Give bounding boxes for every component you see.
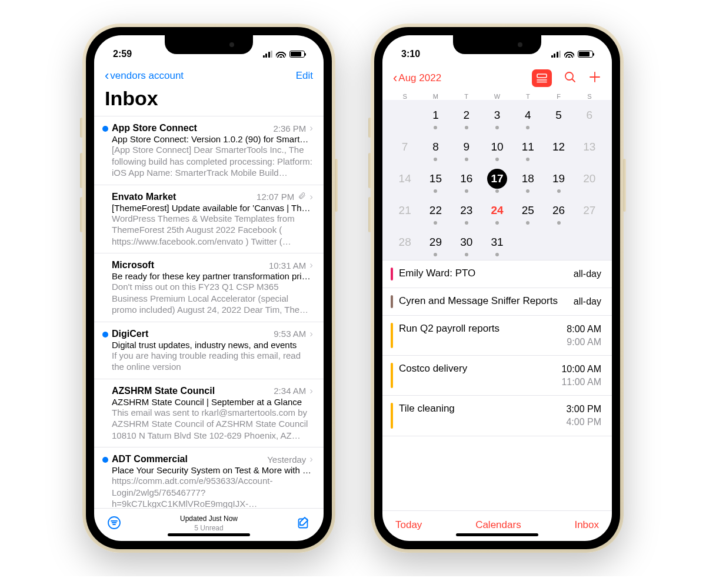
day-cell[interactable]: 26 — [543, 198, 574, 223]
compose-button[interactable] — [297, 516, 311, 532]
day-cell[interactable]: 22 — [420, 198, 451, 223]
day-number: 7 — [395, 137, 415, 157]
battery-icon — [289, 51, 305, 58]
back-button[interactable]: ‹ vendors account — [105, 69, 184, 82]
day-cell[interactable]: 15 — [420, 166, 451, 192]
mail-subject: Place Your Security System on Test & Mor… — [112, 465, 313, 475]
day-cell[interactable]: 6 — [574, 102, 605, 128]
month-grid[interactable]: 1234567891011121314151617181920212223242… — [382, 100, 612, 260]
unread-indicator — [99, 191, 112, 248]
battery-icon — [578, 51, 593, 58]
home-indicator[interactable] — [456, 533, 538, 536]
mail-item[interactable]: DigiCert 9:53 AM › Digital trust updates… — [94, 322, 324, 379]
wifi-icon — [276, 51, 286, 58]
mail-subject: App Store Connect: Version 1.0.2 (90) fo… — [112, 134, 313, 144]
event-dot-icon — [557, 221, 561, 225]
month-back-button[interactable]: ‹ Aug 2022 — [393, 72, 441, 85]
day-cell[interactable]: 10 — [482, 134, 512, 160]
day-cell[interactable]: 20 — [574, 166, 605, 192]
day-number: 25 — [518, 201, 538, 220]
mail-preview: https://comm.adt.com/e/953633/Account-Lo… — [112, 475, 313, 508]
day-cell[interactable]: 19 — [543, 166, 574, 192]
day-cell[interactable]: 11 — [512, 134, 543, 160]
events-list[interactable]: Emily Ward: PTO all-day Cyren and Messag… — [382, 260, 612, 510]
event-dot-icon — [526, 126, 530, 129]
day-cell[interactable]: 21 — [389, 198, 420, 223]
day-cell[interactable]: 2 — [451, 102, 482, 128]
day-cell[interactable]: 7 — [389, 134, 420, 160]
day-cell[interactable]: 9 — [451, 134, 482, 160]
event-dot-icon — [526, 221, 530, 225]
day-cell[interactable]: 24 — [482, 198, 512, 223]
day-cell[interactable]: 13 — [574, 134, 605, 160]
day-number: 19 — [549, 169, 569, 189]
event-dot-icon — [495, 126, 499, 129]
event-dot-icon — [495, 253, 499, 256]
mail-preview: If you are having trouble reading this e… — [112, 350, 313, 373]
day-cell[interactable]: 27 — [574, 198, 605, 223]
home-indicator[interactable] — [168, 533, 250, 536]
event-dot-icon — [434, 221, 437, 225]
day-cell[interactable]: 8 — [420, 134, 451, 160]
weekday-label: W — [482, 93, 512, 100]
calendar-nav: ‹ Aug 2022 — [382, 65, 612, 91]
day-number: 1 — [425, 105, 445, 125]
day-cell[interactable]: 28 — [389, 229, 420, 255]
day-cell[interactable]: 14 — [389, 166, 420, 192]
day-cell[interactable]: 5 — [543, 102, 574, 128]
day-cell[interactable]: 4 — [512, 102, 543, 128]
day-cell[interactable]: 25 — [512, 198, 543, 223]
day-number: 11 — [518, 137, 538, 157]
event-start: 3:00 PM — [566, 403, 601, 416]
day-cell[interactable]: 12 — [543, 134, 574, 160]
event-allday: all-day — [574, 268, 601, 280]
day-cell[interactable]: 30 — [451, 229, 482, 255]
mail-preview: [App Store Connect] Dear SmarterTools In… — [112, 144, 313, 179]
day-cell[interactable]: 3 — [482, 102, 512, 128]
unread-indicator — [99, 385, 112, 442]
filter-button[interactable] — [107, 516, 121, 532]
event-item[interactable]: Tile cleaning 3:00 PM4:00 PM — [382, 396, 612, 436]
mail-item[interactable]: Microsoft 10:31 AM › Be ready for these … — [94, 253, 324, 322]
view-toggle-button[interactable] — [532, 69, 552, 87]
day-cell[interactable]: 17 — [482, 166, 512, 192]
day-cell[interactable]: 1 — [420, 102, 451, 128]
today-button[interactable]: Today — [395, 519, 422, 531]
weekday-label: S — [389, 93, 420, 100]
day-cell[interactable]: 31 — [482, 229, 512, 255]
mail-sender: ADT Commercial — [112, 454, 188, 465]
event-item[interactable]: Run Q2 payroll reports 8:00 AM9:00 AM — [382, 316, 612, 356]
notch — [453, 35, 541, 54]
event-end: 11:00 AM — [561, 376, 601, 389]
edit-button[interactable]: Edit — [296, 70, 313, 82]
mail-item[interactable]: App Store Connect 2:36 PM › App Store Co… — [94, 116, 324, 185]
day-number: 9 — [457, 137, 477, 157]
mail-item[interactable]: Envato Market 12:07 PM › [ThemeForest] U… — [94, 185, 324, 254]
search-button[interactable] — [564, 71, 577, 86]
event-start: 10:00 AM — [561, 363, 601, 376]
day-number: 22 — [425, 201, 445, 220]
add-button[interactable] — [588, 71, 601, 86]
calendars-button[interactable]: Calendars — [475, 519, 521, 531]
day-number: 4 — [518, 105, 538, 125]
mail-list[interactable]: App Store Connect 2:36 PM › App Store Co… — [94, 116, 324, 508]
mail-sender: Microsoft — [112, 260, 154, 270]
day-number: 3 — [487, 105, 507, 125]
mail-item[interactable]: ADT Commercial Yesterday › Place Your Se… — [94, 447, 324, 508]
chevron-right-icon: › — [309, 191, 313, 203]
attachment-icon — [298, 192, 306, 202]
status-time: 2:59 — [113, 49, 132, 59]
day-cell[interactable]: 29 — [420, 229, 451, 255]
day-cell[interactable]: 23 — [451, 198, 482, 223]
day-cell[interactable]: 18 — [512, 166, 543, 192]
day-cell[interactable]: 16 — [451, 166, 482, 192]
inbox-button[interactable]: Inbox — [574, 519, 599, 531]
event-item[interactable]: Emily Ward: PTO all-day — [382, 260, 612, 288]
event-title: Costco delivery — [399, 363, 467, 375]
event-dot-icon — [465, 221, 468, 225]
day-cell — [574, 229, 605, 255]
event-color-bar — [391, 295, 393, 308]
event-item[interactable]: Costco delivery 10:00 AM11:00 AM — [382, 356, 612, 396]
event-item[interactable]: Cyren and Message Sniffer Reports all-da… — [382, 288, 612, 316]
mail-item[interactable]: AZSHRM State Council 2:34 AM › AZSHRM St… — [94, 379, 324, 448]
